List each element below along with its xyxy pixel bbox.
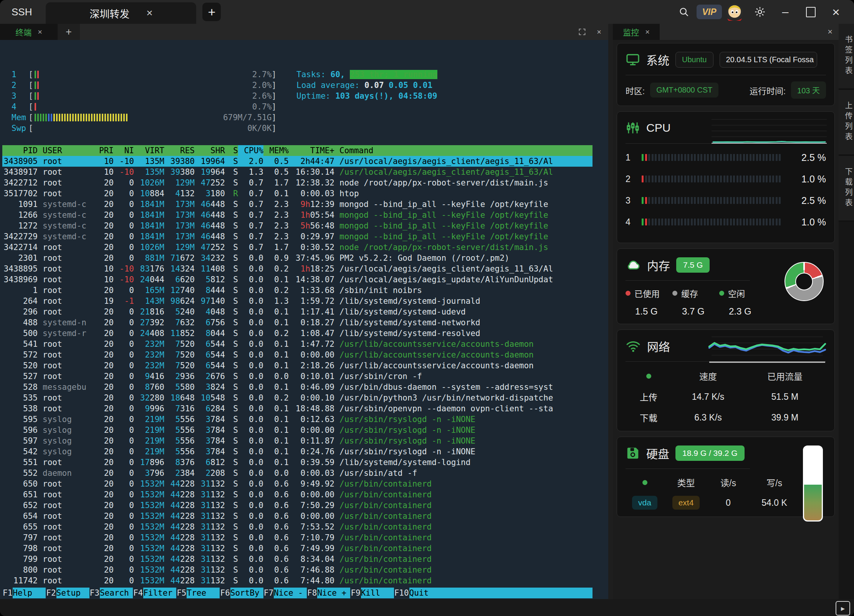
fkey-F9[interactable]: F9 (350, 588, 361, 598)
process-row[interactable]: 520root200232M75206544S0.00.12:18.26/usr… (2, 360, 593, 371)
fkey-label-F4[interactable]: Filter (143, 588, 176, 598)
fkey-label-F6[interactable]: SortBy (230, 588, 263, 598)
column-header-s[interactable]: S (225, 145, 238, 156)
session-tab[interactable]: 深圳转发 × (46, 2, 196, 24)
column-header-cpu[interactable]: CPU% (238, 145, 263, 156)
process-row[interactable]: 3422712root2001026M129M47252S0.71.712:38… (2, 177, 593, 188)
process-row[interactable]: 3438917root10-10135M3938019964S1.30.516:… (2, 167, 593, 177)
process-row[interactable]: 3517702root2001088441323180R0.70.10:00.0… (2, 188, 593, 199)
process-row[interactable]: 11742root2001532M4422831132S0.00.67:44.8… (2, 575, 593, 586)
column-header-user[interactable]: USER (38, 145, 93, 156)
fkey-F4[interactable]: F4 (133, 588, 143, 598)
fkey-F3[interactable]: F3 (89, 588, 100, 598)
process-row[interactable]: 650root2001532M4422831132S0.00.69:49.92/… (2, 479, 593, 489)
strip-button-1[interactable]: 上传列表 (839, 90, 854, 156)
new-terminal-tab-button[interactable]: + (58, 24, 80, 40)
process-row[interactable]: 596syslog200219M55563784S0.00.10:00.00/u… (2, 425, 593, 436)
process-row[interactable]: 1272systemd-c2001841M173M46448S0.72.35h5… (2, 220, 593, 231)
process-row[interactable]: 595syslog200219M55563784S0.00.10:12.63/u… (2, 414, 593, 425)
account-button[interactable] (722, 0, 747, 24)
fkey-F6[interactable]: F6 (220, 588, 230, 598)
column-header-ni[interactable]: NI (114, 145, 134, 156)
process-row[interactable]: 651root2001532M4422831132S0.00.60:00.00/… (2, 489, 593, 500)
process-row[interactable]: 538root200999673166284S0.00.118:48.88/us… (2, 403, 593, 414)
terminal-tab-close-icon[interactable]: × (38, 28, 42, 36)
fkey-label-F8[interactable]: Nice + (317, 588, 350, 598)
process-row[interactable]: 3438895root10-10831761432411408S0.00.21h… (2, 263, 593, 274)
expand-panel-button[interactable]: ▸ (836, 601, 850, 616)
vip-button[interactable]: VIP (697, 0, 722, 24)
process-row[interactable]: 1091systemd-c2001841M173M46448S0.72.39h1… (2, 199, 593, 210)
column-header-pid[interactable]: PID (2, 145, 38, 156)
process-row[interactable]: 1266systemd-c2001841M173M46448S0.72.31h0… (2, 210, 593, 220)
monitor-panel-close-icon[interactable]: × (828, 24, 832, 40)
fkey-F1[interactable]: F1 (2, 588, 13, 598)
process-row[interactable]: 500systemd-r20024408118528044S0.00.21:08… (2, 328, 593, 339)
process-row[interactable]: 654root2001532M4422831132S0.00.60:00.00/… (2, 511, 593, 522)
process-row[interactable]: 572root200232M75206544S0.00.10:00.00/usr… (2, 349, 593, 360)
process-row[interactable]: 799root2001532M4422831132S0.00.68:34.04/… (2, 554, 593, 565)
htop-summary: Tasks: 60, 253 thr; 1 running Load avera… (296, 69, 437, 101)
strip-button-0[interactable]: 书签列表 (839, 24, 854, 90)
process-row[interactable]: 3422729systemd-c2001841M173M46448S0.72.3… (2, 231, 593, 242)
fkey-label-F9[interactable]: Kill (361, 588, 394, 598)
process-row[interactable]: 1root200165M127408444S0.00.21:33.68/sbin… (2, 285, 593, 296)
process-row[interactable]: 798root2001532M4422831132S0.00.67:49.99/… (2, 543, 593, 554)
fullscreen-icon[interactable] (578, 28, 586, 36)
terminal-screen[interactable]: 1[2.7%]2[2.0%]3[2.6%]4[0.7%]Mem[679M/7.5… (0, 40, 608, 599)
column-header-pri[interactable]: PRI (93, 145, 114, 156)
minimize-button[interactable]: – (773, 0, 798, 24)
monitor-tab-label: 监控 (623, 26, 639, 38)
fkey-label-F7[interactable]: Nice - (274, 588, 307, 598)
fkey-F10[interactable]: F10 (394, 588, 409, 598)
fkey-F5[interactable]: F5 (176, 588, 187, 598)
close-button[interactable]: × (823, 0, 849, 24)
process-row[interactable]: 296root2002181652404048S0.00.11:17.41/li… (2, 306, 593, 317)
process-row[interactable]: 488systemd-n2002739276326756S0.00.10:18.… (2, 317, 593, 328)
process-row[interactable]: 800root2001532M4422831132S0.00.67:46.88/… (2, 565, 593, 575)
process-row[interactable]: 3438905root10-10135M3938019964S2.00.52h4… (2, 156, 593, 167)
process-row[interactable]: 551root2001789683766812S0.00.10:39.59/li… (2, 457, 593, 468)
process-row[interactable]: 527root200941629362676S0.00.00:10.01/usr… (2, 371, 593, 382)
column-header-shr[interactable]: SHR (195, 145, 225, 156)
process-row[interactable]: 3438969root10-102404466205812S0.00.114:3… (2, 274, 593, 285)
fkey-label-F3[interactable]: Search (100, 588, 133, 598)
column-header-virt[interactable]: VIRT (134, 145, 164, 156)
process-row[interactable]: 652root2001532M4422831132S0.00.67:50.29/… (2, 500, 593, 511)
session-tab-close-icon[interactable]: × (146, 8, 152, 18)
process-row[interactable]: 655root2001532M4422831132S0.00.67:53.52/… (2, 522, 593, 532)
monitor-tab-close-icon[interactable]: × (645, 28, 650, 36)
fkey-label-F5[interactable]: Tree (187, 588, 220, 598)
fkey-F7[interactable]: F7 (263, 588, 274, 598)
search-button[interactable] (671, 0, 697, 24)
tab-monitor[interactable]: 监控 × (613, 24, 660, 40)
process-row[interactable]: 552daemon200379623842208S0.00.00:00.03/u… (2, 468, 593, 479)
process-row[interactable]: 797root2001532M4422831132S0.00.67:10.79/… (2, 532, 593, 543)
column-header-cmd[interactable]: Command (334, 145, 593, 156)
process-row[interactable]: 3422714root2001026M129M47252S0.71.70:30.… (2, 242, 593, 253)
process-row[interactable]: 528messagebu200876055803824S0.00.10:46.0… (2, 382, 593, 392)
disk-usage-badge: 18.9 G / 39.2 G (675, 445, 745, 461)
tab-terminal[interactable]: 终端 × (0, 24, 58, 40)
strip-button-2[interactable]: 下载列表 (839, 156, 854, 222)
settings-button[interactable] (747, 0, 773, 24)
fkey-F2[interactable]: F2 (46, 588, 56, 598)
process-row[interactable]: 597syslog200219M55563784S0.00.10:11.87/u… (2, 436, 593, 446)
fkey-F8[interactable]: F8 (307, 588, 317, 598)
process-row[interactable]: 2301root200881M7167234232S0.00.937:45.96… (2, 253, 593, 263)
divider (626, 75, 826, 75)
column-header-mem[interactable]: MEM% (263, 145, 289, 156)
fkey-label-F1[interactable]: Help (13, 588, 46, 598)
process-row[interactable]: 542syslog200219M55563784S0.00.10:24.76/u… (2, 446, 593, 457)
fkey-label-F10[interactable]: Quit (409, 588, 593, 598)
maximize-button[interactable] (798, 0, 823, 24)
process-row[interactable]: 264root19-1143M9862497140S0.01.31:59.72/… (2, 296, 593, 306)
fkey-label-F2[interactable]: Setup (56, 588, 89, 598)
new-session-button[interactable]: + (202, 3, 221, 21)
column-header-res[interactable]: RES (164, 145, 195, 156)
terminal-panel-close-icon[interactable]: × (597, 28, 601, 36)
process-row[interactable]: 541root200232M75206544S0.00.11:47.72/usr… (2, 339, 593, 349)
network-card-header: 网络 (626, 337, 826, 355)
column-header-time[interactable]: TIME+ (289, 145, 334, 156)
process-row[interactable]: 535root200322801864810548S0.00.20:00.10/… (2, 392, 593, 403)
